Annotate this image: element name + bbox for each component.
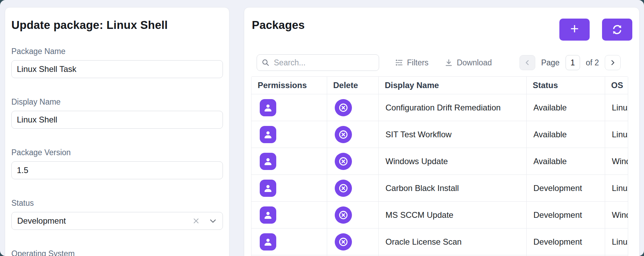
table-row: Windows Update Available Windows: [251, 148, 628, 175]
cell-os: Linux: [605, 175, 628, 202]
search-icon: [261, 58, 270, 67]
chevron-left-icon: [524, 59, 531, 66]
column-header-delete: Delete: [327, 77, 378, 94]
previous-page-button[interactable]: [519, 55, 535, 70]
circle-x-icon: [337, 102, 349, 114]
chevron-down-icon[interactable]: [209, 217, 217, 225]
update-package-panel: Update package: Linux Shell Package Name…: [5, 7, 229, 256]
cell-status: Available: [526, 148, 605, 175]
sync-arrows-icon: [611, 23, 623, 36]
permissions-button[interactable]: [260, 206, 276, 224]
column-header-display-name: Display Name: [378, 77, 526, 94]
table-row: SIT Test Workflow Available Linux: [251, 121, 628, 148]
column-header-permissions: Permissions: [251, 77, 327, 94]
status-select[interactable]: Development: [11, 212, 223, 230]
cell-status: Development: [526, 202, 605, 228]
person-icon: [263, 210, 273, 220]
display-name-input[interactable]: [11, 111, 223, 129]
sliders-icon: [395, 58, 403, 67]
cell-os: Windows: [605, 202, 628, 228]
status-label: Status: [11, 199, 223, 208]
plus-icon: +: [570, 22, 579, 36]
cell-display-name: Configuration Drift Remediation: [378, 94, 526, 121]
person-icon: [263, 103, 273, 113]
table-header-row: Permissions Delete Display Name Status O…: [251, 77, 628, 94]
page-label: Page: [541, 58, 560, 67]
table-row: MS SCCM Update Development Windows: [251, 202, 628, 228]
package-name-field-group: Package Name: [11, 47, 223, 78]
person-icon: [263, 183, 273, 193]
cell-os: Windows: [605, 148, 628, 175]
person-icon: [263, 129, 273, 140]
cell-os: Linux: [605, 121, 628, 148]
display-name-label: Display Name: [11, 97, 223, 107]
cell-os: Linux: [605, 94, 628, 121]
pagination: Page of 2: [519, 55, 621, 70]
circle-x-icon: [337, 236, 349, 248]
refresh-button[interactable]: [602, 19, 632, 41]
packages-title: Packages: [252, 19, 559, 32]
app-viewport: Update package: Linux Shell Package Name…: [0, 0, 644, 256]
delete-button[interactable]: [335, 233, 352, 250]
cell-display-name: SIT Test Workflow: [378, 121, 526, 148]
operating-system-label: Operating System: [11, 249, 223, 256]
arrow-down-to-line-icon: [444, 58, 453, 67]
cell-display-name: Windows Update: [378, 148, 526, 175]
download-label: Download: [457, 58, 492, 67]
table-row: Oracle License Scan Development Linux: [251, 228, 628, 255]
update-panel-title: Update package: Linux Shell: [11, 19, 223, 32]
search-box[interactable]: [257, 54, 379, 71]
circle-x-icon: [337, 129, 349, 140]
add-package-button[interactable]: +: [559, 19, 590, 41]
packages-header: Packages +: [251, 17, 632, 41]
package-name-label: Package Name: [11, 47, 223, 56]
column-header-status: Status: [526, 77, 605, 94]
package-version-input[interactable]: [11, 161, 223, 179]
next-page-button[interactable]: [605, 55, 621, 70]
packages-panel: Packages +: [244, 7, 640, 256]
package-name-input[interactable]: [11, 60, 223, 78]
cell-display-name: MS SCCM Update: [378, 202, 526, 228]
cell-status: Development: [526, 175, 605, 202]
delete-button[interactable]: [335, 126, 352, 143]
permissions-button[interactable]: [260, 180, 276, 197]
page-number-input[interactable]: [566, 55, 580, 70]
person-icon: [263, 156, 273, 167]
filters-label: Filters: [407, 58, 429, 67]
circle-x-icon: [337, 182, 349, 194]
page-total-label: of 2: [586, 58, 599, 67]
delete-button[interactable]: [335, 153, 352, 170]
chevron-right-icon: [609, 59, 616, 66]
permissions-button[interactable]: [260, 153, 276, 170]
table-row: Configuration Drift Remediation Availabl…: [251, 94, 628, 121]
permissions-button[interactable]: [260, 126, 276, 143]
download-button[interactable]: Download: [444, 58, 492, 67]
circle-x-icon: [337, 209, 349, 221]
cell-display-name: Carbon Black Install: [378, 175, 526, 202]
cell-os: Linux: [605, 228, 628, 255]
package-version-label: Package Version: [11, 148, 223, 157]
display-name-field-group: Display Name: [11, 97, 223, 129]
table-row: Carbon Black Install Development Linux: [251, 175, 628, 202]
packages-table: Permissions Delete Display Name Status O…: [251, 76, 628, 256]
cell-status: Development: [526, 228, 605, 255]
table-toolbar: Filters Download Page of: [257, 54, 621, 71]
delete-button[interactable]: [335, 206, 352, 224]
package-version-field-group: Package Version: [11, 148, 223, 179]
circle-x-icon: [337, 156, 349, 167]
delete-button[interactable]: [335, 99, 352, 116]
cell-status: Available: [526, 121, 605, 148]
column-header-os: OS: [605, 77, 628, 94]
cell-status: Available: [526, 94, 605, 121]
search-input[interactable]: [273, 58, 374, 68]
x-icon[interactable]: [192, 217, 200, 225]
cell-display-name: Oracle License Scan: [378, 228, 526, 255]
delete-button[interactable]: [335, 180, 352, 197]
person-icon: [263, 237, 273, 247]
operating-system-field-group: Operating System: [11, 249, 223, 256]
permissions-button[interactable]: [260, 99, 276, 116]
status-field-group: Status Development: [11, 199, 223, 230]
status-select-value: Development: [17, 216, 192, 226]
permissions-button[interactable]: [260, 233, 276, 250]
filters-button[interactable]: Filters: [395, 58, 429, 67]
